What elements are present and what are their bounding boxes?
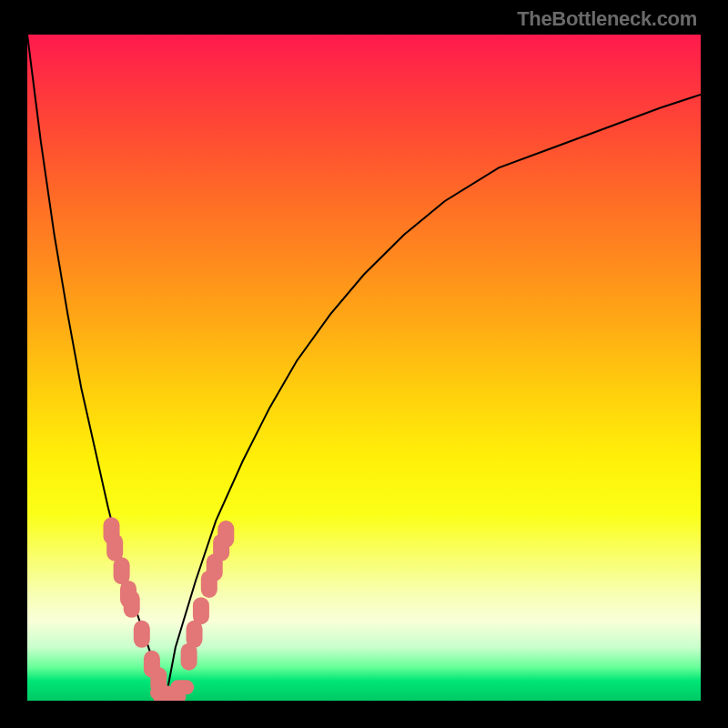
marker-pill — [193, 597, 209, 624]
marker-pill — [106, 534, 123, 561]
data-markers — [104, 517, 235, 701]
watermark-label: TheBottleneck.com — [517, 7, 697, 31]
curve-layer — [27, 35, 701, 701]
plot-area — [27, 35, 701, 701]
marker-pill — [114, 557, 130, 584]
marker-pill — [217, 521, 234, 548]
marker-pill — [170, 680, 194, 694]
marker-pill — [187, 621, 203, 648]
bottleneck-chart: TheBottleneck.com — [0, 0, 728, 728]
marker-pill — [124, 591, 140, 618]
marker-pill — [134, 621, 150, 648]
